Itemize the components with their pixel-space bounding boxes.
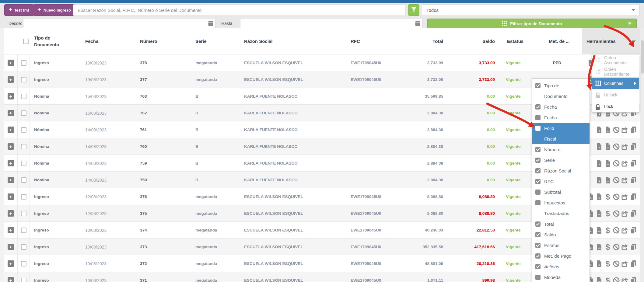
ban-icon[interactable] <box>613 227 620 234</box>
unchecked-checkbox-icon[interactable] <box>535 275 541 280</box>
herramientas-menu-caret[interactable] <box>632 40 636 43</box>
ban-icon[interactable] <box>613 260 620 267</box>
header-razon-social[interactable]: Rázon Social <box>240 38 346 45</box>
menu-item-columnas[interactable]: Columnas <box>592 78 639 89</box>
checked-checkbox-icon[interactable] <box>535 104 541 110</box>
ban-icon[interactable] <box>613 126 620 134</box>
select-all-checkbox[interactable] <box>23 39 29 44</box>
column-toggle-serie[interactable]: Serie <box>532 155 590 165</box>
scrollbar-thumb[interactable] <box>641 40 644 74</box>
copy-icon[interactable] <box>630 227 637 234</box>
column-toggle-saldo[interactable]: Saldo <box>532 229 590 240</box>
share-icon[interactable] <box>621 260 628 267</box>
expand-row-button[interactable]: + <box>8 260 14 267</box>
menu-item-orden-descendente[interactable]: ↓AZOrden Descendente <box>592 66 639 78</box>
column-toggle-met-de-pago[interactable]: Met. de Pago <box>532 251 590 261</box>
document-type-select[interactable]: Todos <box>422 4 640 16</box>
checked-checkbox-icon[interactable] <box>535 168 541 173</box>
row-checkbox[interactable] <box>21 110 26 116</box>
expand-row-button[interactable]: + <box>8 244 14 250</box>
row-checkbox[interactable] <box>21 211 26 216</box>
unchecked-checkbox-icon[interactable] <box>535 115 541 120</box>
copy-icon[interactable] <box>630 193 637 200</box>
xml-file-icon[interactable]: </> <box>596 260 603 267</box>
ban-icon[interactable] <box>613 193 620 200</box>
header-rfc[interactable]: RFC <box>346 38 398 45</box>
expand-row-button[interactable]: + <box>8 277 14 282</box>
row-checkbox[interactable] <box>21 261 26 266</box>
share-icon[interactable] <box>621 143 628 150</box>
share-icon[interactable] <box>621 126 628 134</box>
xml-file-icon[interactable]: </> <box>604 126 611 134</box>
dollar-icon[interactable]: $ <box>604 227 611 234</box>
column-toggle-impuestos-trasladados[interactable]: Impuestos Trasladados <box>532 197 590 219</box>
ban-icon[interactable] <box>613 243 620 251</box>
header-serie[interactable]: Serie <box>191 38 240 45</box>
header-met-de-pago[interactable]: Met. de ... <box>532 38 582 45</box>
row-checkbox[interactable] <box>21 244 26 250</box>
search-input[interactable] <box>73 4 405 16</box>
column-toggle-fecha[interactable]: Fecha <box>532 112 590 123</box>
header-saldo[interactable]: Saldo <box>450 38 502 45</box>
column-toggle-tipo-de-documento[interactable]: Tipo deDocumento <box>532 80 590 102</box>
header-estatus[interactable]: Estatus <box>502 38 532 45</box>
xml-file-icon[interactable]: </> <box>596 227 603 234</box>
ban-icon[interactable] <box>613 210 620 217</box>
dollar-icon[interactable]: $ <box>604 210 611 217</box>
checked-checkbox-icon[interactable] <box>535 253 541 259</box>
xml-file-icon[interactable]: </> <box>604 143 611 150</box>
filtrar-tipo-documento-button[interactable]: Filtrar tipo de Documento <box>427 19 637 29</box>
column-toggle-moneda[interactable]: Moneda <box>532 272 590 282</box>
copy-icon[interactable] <box>630 176 637 184</box>
unchecked-checkbox-icon[interactable] <box>535 200 541 205</box>
expand-row-button[interactable]: + <box>8 227 14 233</box>
hasta-date-input[interactable] <box>240 19 423 28</box>
row-checkbox[interactable] <box>21 161 26 166</box>
share-icon[interactable] <box>621 176 628 184</box>
menu-item-unlock[interactable]: Unlock <box>592 89 639 101</box>
checked-checkbox-icon[interactable] <box>535 158 541 163</box>
expand-row-button[interactable]: + <box>8 143 14 150</box>
checked-checkbox-icon[interactable] <box>535 83 541 88</box>
dollar-icon[interactable]: $ <box>604 243 611 251</box>
copy-icon[interactable] <box>630 260 637 267</box>
checked-checkbox-icon[interactable] <box>535 179 541 184</box>
header-total[interactable]: Total <box>398 38 450 45</box>
share-icon[interactable] <box>621 160 628 167</box>
expand-row-button[interactable]: + <box>8 193 14 200</box>
share-icon[interactable] <box>621 210 628 217</box>
expand-row-button[interactable]: + <box>8 93 14 99</box>
copy-icon[interactable] <box>630 277 637 282</box>
row-checkbox[interactable] <box>21 278 26 282</box>
ban-icon[interactable] <box>613 160 620 167</box>
pdf-file-icon[interactable]: A <box>596 126 603 134</box>
xml-file-icon[interactable]: </> <box>604 176 611 184</box>
unchecked-checkbox-icon[interactable] <box>535 190 541 195</box>
xml-file-icon[interactable]: </> <box>596 193 603 200</box>
column-toggle-total[interactable]: Total <box>532 219 590 229</box>
calendar-icon[interactable] <box>415 21 420 26</box>
calendar-icon[interactable] <box>208 21 213 26</box>
column-toggle-r-zon-social[interactable]: Rázon Social <box>532 165 590 176</box>
share-icon[interactable] <box>621 277 628 282</box>
row-checkbox[interactable] <box>21 94 26 99</box>
test-fmt-button[interactable]: + test fmt <box>4 4 34 16</box>
share-icon[interactable] <box>621 193 628 200</box>
desde-date-input[interactable] <box>23 19 215 28</box>
ban-icon[interactable] <box>613 277 620 282</box>
xml-file-icon[interactable]: </> <box>596 210 603 217</box>
column-toggle-rfc[interactable]: RFC <box>532 176 590 187</box>
menu-item-orden-ascendente[interactable]: ↑AZOrden Ascendente. <box>592 54 639 66</box>
expand-row-button[interactable]: + <box>8 210 14 217</box>
column-toggle-n-mero[interactable]: Número <box>532 144 590 155</box>
header-tipo-documento[interactable]: Tipo de Documento <box>30 35 66 48</box>
pdf-file-icon[interactable]: A <box>596 143 603 150</box>
copy-icon[interactable] <box>630 143 637 150</box>
nuevo-ingreso-button[interactable]: + Nuevo Ingreso <box>33 4 75 16</box>
expand-row-button[interactable]: + <box>8 127 14 133</box>
checked-checkbox-icon[interactable] <box>535 264 541 269</box>
row-checkbox[interactable] <box>21 60 26 66</box>
vertical-scrollbar[interactable] <box>640 28 644 282</box>
header-fecha[interactable]: Fecha <box>81 38 136 45</box>
unchecked-checkbox-icon[interactable] <box>535 126 541 131</box>
